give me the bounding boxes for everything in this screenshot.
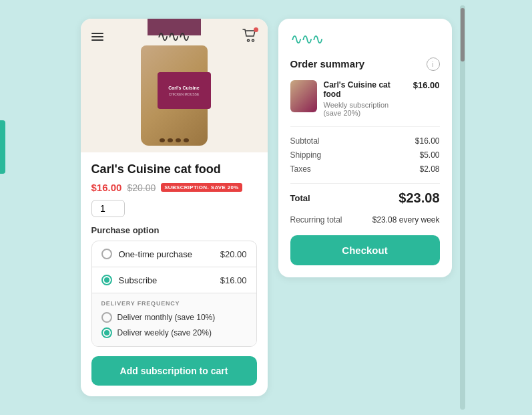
shipping-value: $5.00	[419, 150, 439, 160]
subscribe-radio-inner	[104, 277, 109, 283]
monthly-label: Deliver monthly (save 10%)	[117, 313, 216, 322]
recurring-row: Recurring total $23.08 every week	[290, 215, 440, 225]
price-original: $20.00	[127, 182, 156, 193]
weekly-radio-inner	[104, 330, 109, 335]
weekly-delivery-option[interactable]: Deliver weekly (save 20%)	[101, 327, 247, 338]
total-label: Total	[290, 193, 310, 203]
monthly-delivery-option[interactable]: Deliver monthly (save 10%)	[101, 312, 247, 323]
monthly-radio[interactable]	[101, 312, 112, 323]
pebble	[184, 138, 189, 142]
pebble	[176, 138, 181, 142]
delivery-title: DELIVERY FREQUENCY	[101, 300, 247, 307]
total-row: Total $23.08	[290, 183, 440, 211]
item-thumbnail	[290, 80, 317, 112]
product-info: Carl's Cuisine cat food $16.00 $20.00 SU…	[81, 152, 268, 226]
add-to-cart-button[interactable]: Add subscription to cart	[91, 356, 257, 386]
bag-body: Carl's Cuisine CHICKEN MOUSSE	[141, 45, 208, 146]
shipping-label: Shipping	[290, 150, 322, 160]
hamburger-line-3	[91, 39, 103, 41]
purchase-option-label: Purchase option	[91, 225, 257, 235]
svg-point-0	[247, 39, 249, 41]
svg-point-1	[252, 39, 254, 41]
top-nav: ∿∿∿	[81, 19, 268, 51]
taxes-row: Taxes $2.08	[290, 164, 440, 174]
item-sub-line1: Weekly subscription	[324, 101, 407, 109]
summary-title: Order summary	[290, 58, 365, 70]
order-item-row: Carl's Cuisine cat food Weekly subscript…	[290, 80, 440, 127]
pebble	[160, 138, 165, 142]
summary-header: Order summary i	[290, 57, 440, 71]
info-icon[interactable]: i	[427, 57, 440, 71]
taxes-value: $2.08	[419, 164, 439, 174]
subscribe-radio[interactable]	[101, 275, 112, 285]
line-rows: Subtotal $16.00 Shipping $5.00 Taxes $2.…	[290, 136, 440, 174]
subtotal-value: $16.00	[415, 136, 440, 146]
weekly-radio[interactable]	[101, 327, 112, 338]
taxes-label: Taxes	[290, 164, 311, 174]
bag-label: Carl's Cuisine CHICKEN MOUSSE	[158, 72, 211, 109]
one-time-purchase-option[interactable]: One-time purchase $20.00	[92, 241, 256, 267]
bag-label-sub: CHICKEN MOUSSE	[169, 92, 200, 96]
hamburger-line-2	[91, 36, 103, 37]
item-details: Carl's Cuisine cat food Weekly subscript…	[324, 80, 407, 117]
bag-label-brand: Carl's Cuisine	[168, 85, 199, 91]
scrollbar-thumb	[461, 8, 465, 61]
product-image-area: ∿∿∿ Carl's Cuisine CHICKEN MOUSSE	[81, 19, 268, 152]
order-wavy-decoration: ∿∿∿	[290, 31, 440, 48]
one-time-radio[interactable]	[101, 249, 112, 259]
checkout-button[interactable]: Checkout	[290, 235, 440, 265]
pebbles	[131, 138, 218, 142]
recurring-label: Recurring total	[290, 215, 342, 225]
subscribe-price: $16.00	[220, 275, 247, 285]
brand-logo: ∿∿∿	[157, 28, 189, 45]
price-current: $16.00	[91, 182, 122, 193]
order-summary-card: ∿∿∿ Order summary i Carl's Cuisine cat f…	[278, 19, 452, 277]
subscribe-label: Subscribe	[119, 275, 214, 285]
pebble	[168, 138, 173, 142]
product-card: ∿∿∿ Carl's Cuisine CHICKEN MOUSSE	[81, 19, 268, 397]
product-title: Carl's Cuisine cat food	[91, 162, 257, 177]
scrollbar[interactable]	[460, 5, 465, 410]
subscribe-option[interactable]: Subscribe $16.00	[92, 267, 256, 293]
cart-icon[interactable]	[242, 29, 257, 45]
quantity-input[interactable]	[91, 200, 125, 217]
subtotal-label: Subtotal	[290, 136, 320, 146]
one-time-label: One-time purchase	[119, 249, 214, 259]
subtotal-row: Subtotal $16.00	[290, 136, 440, 146]
subscription-badge: SUBSCRIPTION- SAVE 20%	[161, 183, 242, 192]
cart-dot	[254, 27, 258, 32]
one-time-price: $20.00	[220, 249, 247, 259]
price-row: $16.00 $20.00 SUBSCRIPTION- SAVE 20%	[91, 182, 257, 193]
purchase-option-section: Purchase option One-time purchase $20.00…	[81, 225, 268, 356]
shipping-row: Shipping $5.00	[290, 150, 440, 160]
weekly-label: Deliver weekly (save 20%)	[117, 328, 212, 337]
delivery-section: DELIVERY FREQUENCY Deliver monthly (save…	[92, 293, 256, 346]
item-name: Carl's Cuisine cat food	[324, 80, 407, 99]
total-value: $23.08	[398, 190, 439, 206]
purchase-options-box: One-time purchase $20.00 Subscribe $16.0…	[91, 241, 257, 347]
page-container: ∿∿∿ Carl's Cuisine CHICKEN MOUSSE	[67, 5, 465, 410]
hamburger-line-1	[91, 33, 103, 34]
hamburger-menu-icon[interactable]	[91, 33, 103, 41]
recurring-value: $23.08 every week	[372, 215, 440, 225]
item-sub-line2: (save 20%)	[324, 109, 407, 117]
side-accent	[0, 120, 5, 174]
item-price: $16.00	[413, 80, 440, 90]
